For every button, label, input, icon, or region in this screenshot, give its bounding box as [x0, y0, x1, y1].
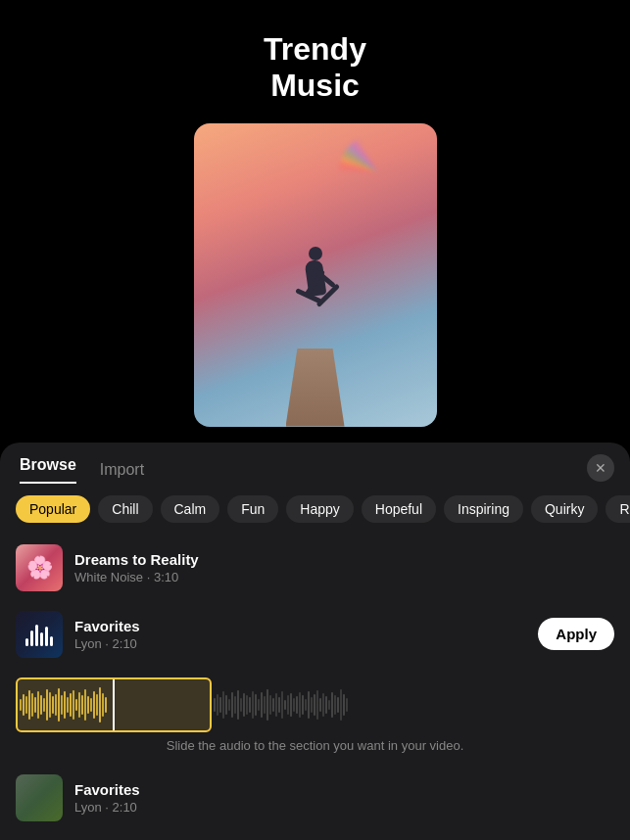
w-bar: [267, 689, 268, 721]
bar: [35, 625, 38, 646]
track-item-selected[interactable]: Favorites Lyon · 2:10 Apply: [0, 601, 630, 668]
w-bar: [222, 691, 224, 719]
w-bar: [340, 689, 342, 721]
track-meta: White Noise · 3:10: [74, 570, 614, 584]
bar: [50, 636, 53, 646]
w-bar: [228, 699, 230, 711]
w-bar: [105, 697, 107, 713]
track-thumbnail: 🌸: [16, 544, 63, 591]
track-name: Favorites: [74, 618, 538, 634]
w-bar: [319, 698, 321, 712]
waveform-unselected: [212, 677, 614, 732]
track-name: Dreams to Reality: [74, 551, 614, 568]
w-bar: [243, 693, 245, 717]
waveform-bars-selected: [18, 679, 109, 730]
rainbow-decoration: [339, 133, 417, 211]
chip-reflective[interactable]: Reflective: [606, 495, 630, 523]
track-meta: Lyon · 2:10: [74, 636, 538, 651]
chip-hopeful[interactable]: Hopeful: [362, 495, 436, 523]
w-bar: [64, 691, 66, 719]
waveform-container[interactable]: [16, 676, 614, 734]
w-bar: [258, 699, 260, 711]
w-bar: [99, 687, 101, 723]
track-item[interactable]: Favorites Lyon · 2:10: [0, 765, 630, 831]
w-bar: [31, 693, 33, 717]
apply-button[interactable]: Apply: [538, 618, 614, 650]
chip-chill[interactable]: Chill: [98, 495, 152, 523]
pier-decoration: [286, 349, 345, 427]
w-bar: [46, 689, 48, 721]
w-bar: [20, 699, 22, 711]
track-meta: Lyon · 2:10: [74, 800, 614, 815]
w-bar: [87, 696, 89, 714]
track-thumbnail: [16, 774, 63, 821]
track-info: Dreams to Reality White Noise · 3:10: [74, 551, 614, 584]
w-bar: [37, 691, 39, 719]
w-bar: [55, 694, 57, 716]
w-bar: [308, 691, 310, 719]
w-bar: [93, 691, 95, 719]
playhead: [113, 679, 115, 730]
w-bar: [249, 697, 251, 713]
tab-import[interactable]: Import: [100, 461, 144, 479]
w-bar: [281, 691, 283, 719]
w-bar: [334, 695, 336, 715]
w-bar: [75, 699, 77, 711]
w-bar: [255, 694, 257, 716]
w-bar: [231, 692, 233, 718]
chip-calm[interactable]: Calm: [161, 495, 220, 523]
waveform-bars-rest: [212, 677, 350, 732]
flower-icon: 🌸: [26, 555, 53, 581]
hero-image: [194, 123, 437, 427]
top-section: Trendy Music: [0, 0, 630, 427]
page-title: Trendy Music: [264, 31, 366, 104]
w-bar: [272, 698, 274, 712]
w-bar: [293, 698, 295, 712]
w-bar: [325, 696, 327, 714]
chip-popular[interactable]: Popular: [16, 495, 90, 523]
w-bar: [34, 697, 36, 713]
w-bar: [290, 693, 292, 717]
w-bar: [217, 694, 218, 716]
w-bar: [296, 696, 298, 714]
w-bar: [240, 698, 242, 712]
bar: [45, 627, 48, 646]
w-bar: [284, 700, 286, 710]
w-bar: [237, 690, 239, 720]
chip-happy[interactable]: Happy: [286, 495, 353, 523]
track-info: Favorites Lyon · 2:10: [74, 781, 614, 815]
tab-browse[interactable]: Browse: [20, 456, 76, 484]
waveform-selected[interactable]: [16, 677, 212, 732]
w-bar: [49, 692, 51, 718]
chip-fun[interactable]: Fun: [227, 495, 278, 523]
w-bar: [299, 692, 301, 718]
w-bar: [67, 697, 69, 713]
w-bar: [78, 692, 80, 718]
w-bar: [25, 696, 27, 714]
w-bar: [102, 693, 104, 717]
track-item[interactable]: Palacio SLVA · 3:10: [0, 831, 630, 840]
track-info: Favorites Lyon · 2:10: [74, 618, 538, 651]
w-bar: [275, 693, 277, 717]
waveform-hint: Slide the audio to the section you want …: [16, 734, 614, 761]
w-bar: [70, 693, 72, 717]
chip-inspiring[interactable]: Inspiring: [444, 495, 523, 523]
w-bar: [287, 695, 289, 715]
filter-chips-container: Popular Chill Calm Fun Happy Hopeful Ins…: [0, 484, 630, 535]
w-bar: [337, 697, 339, 713]
track-thumbnail: [16, 611, 63, 658]
bar: [40, 632, 43, 646]
dancer-silhouette: [286, 241, 345, 349]
w-bar: [214, 698, 216, 712]
music-list: 🌸 Dreams to Reality White Noise · 3:10: [0, 535, 630, 840]
w-bar: [314, 694, 315, 716]
w-bar: [269, 695, 271, 715]
bottom-panel: Browse Import ✕ Popular Chill Calm Fun H…: [0, 443, 630, 840]
track-item[interactable]: 🌸 Dreams to Reality White Noise · 3:10: [0, 535, 630, 601]
chip-quirky[interactable]: Quirky: [531, 495, 598, 523]
close-button[interactable]: ✕: [587, 454, 614, 482]
w-bar: [246, 695, 248, 715]
w-bar: [343, 694, 345, 716]
w-bar: [52, 696, 54, 714]
w-bar: [43, 698, 45, 712]
